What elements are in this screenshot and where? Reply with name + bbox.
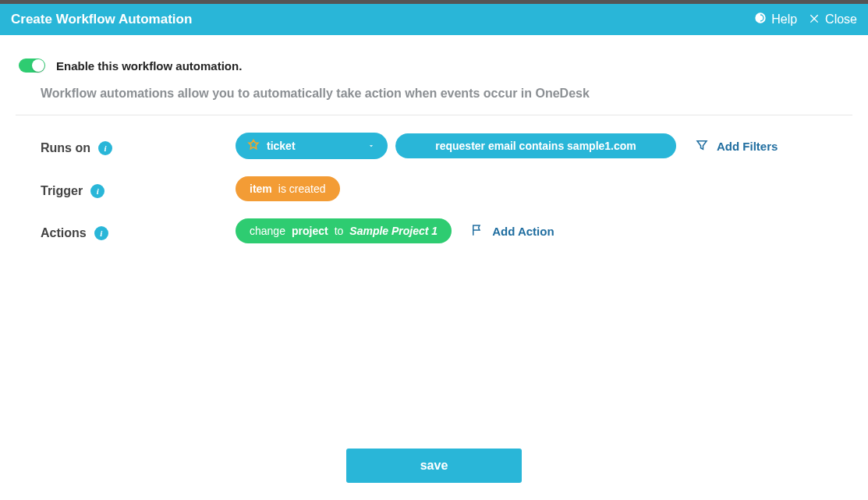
- trigger-item-label: item: [250, 183, 272, 195]
- divider: [16, 115, 852, 115]
- form-grid: Runs on i ticket requester email contain…: [16, 133, 852, 243]
- help-icon: [754, 12, 767, 27]
- chevron-down-icon: [367, 140, 375, 152]
- action-pill[interactable]: change project to Sample Project 1: [236, 218, 452, 243]
- trigger-label-row: Trigger i: [41, 176, 236, 201]
- action-field: project: [292, 225, 328, 237]
- info-icon[interactable]: i: [90, 184, 105, 198]
- runs-on-content: ticket requester email contains sample1.…: [236, 133, 852, 159]
- body-container: Enable this workflow automation. Workflo…: [0, 35, 868, 243]
- enable-label: Enable this workflow automation.: [56, 59, 242, 73]
- help-button[interactable]: Help: [754, 12, 797, 27]
- filter-icon: [695, 138, 709, 154]
- page-title: Create Workflow Automation: [11, 12, 192, 27]
- runs-on-label-row: Runs on i: [41, 133, 236, 159]
- trigger-suffix: is created: [278, 183, 326, 195]
- runs-on-filter-pill[interactable]: requester email contains sample1.com: [395, 133, 676, 158]
- add-action-label: Add Action: [492, 225, 554, 238]
- add-action-button[interactable]: Add Action: [470, 223, 554, 239]
- help-label: Help: [771, 12, 797, 27]
- runs-on-filter-text: requester email contains sample1.com: [435, 140, 636, 152]
- runs-on-type-label: ticket: [267, 140, 296, 152]
- flag-icon: [470, 223, 484, 239]
- toggle-knob: [32, 59, 44, 72]
- trigger-label: Trigger: [41, 184, 83, 198]
- header-actions: Help Close: [754, 12, 857, 27]
- runs-on-type-dropdown[interactable]: ticket: [236, 133, 388, 159]
- actions-label: Actions: [41, 226, 87, 240]
- close-button[interactable]: Close: [808, 12, 857, 27]
- save-row: save: [0, 449, 868, 483]
- save-button[interactable]: save: [346, 449, 522, 483]
- enable-row: Enable this workflow automation.: [16, 51, 852, 87]
- ticket-icon: [246, 139, 260, 153]
- description-text: Workflow automations allow you to automa…: [16, 87, 852, 115]
- actions-label-row: Actions i: [41, 218, 236, 243]
- trigger-content: item is created: [236, 176, 852, 201]
- runs-on-label: Runs on: [41, 141, 90, 155]
- info-icon[interactable]: i: [94, 226, 108, 240]
- action-prefix: change: [250, 225, 285, 237]
- trigger-pill[interactable]: item is created: [236, 176, 340, 201]
- add-filters-button[interactable]: Add Filters: [695, 138, 778, 154]
- actions-content: change project to Sample Project 1 Add A…: [236, 218, 852, 243]
- header-bar: Create Workflow Automation Help Close: [0, 4, 868, 35]
- enable-toggle[interactable]: [19, 59, 45, 73]
- add-filters-label: Add Filters: [717, 140, 778, 153]
- action-value: Sample Project 1: [349, 225, 438, 237]
- action-mid: to: [335, 225, 344, 237]
- close-label: Close: [825, 12, 857, 27]
- info-icon[interactable]: i: [98, 141, 112, 155]
- close-icon: [808, 12, 820, 27]
